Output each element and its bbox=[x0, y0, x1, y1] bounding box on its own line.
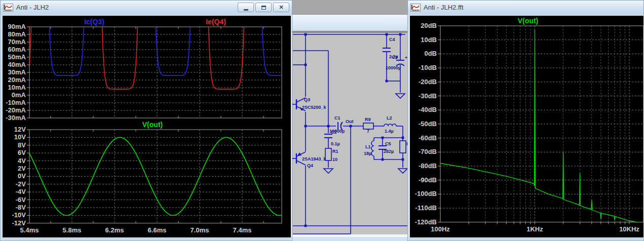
svg-text:6V: 6V bbox=[18, 149, 26, 156]
svg-text:-40dB: -40dB bbox=[419, 106, 437, 113]
svg-text:L2: L2 bbox=[387, 115, 392, 120]
svg-text:1KHz: 1KHz bbox=[526, 225, 543, 233]
wires bbox=[292, 34, 407, 234]
svg-text:5.8ms: 5.8ms bbox=[63, 226, 82, 234]
svg-text:-20mA: -20mA bbox=[6, 106, 26, 114]
components: Q32SC5200_kQ42SA1943_kC110000µC20.1µR110… bbox=[296, 37, 407, 168]
svg-text:-120dB: -120dB bbox=[415, 218, 437, 226]
svg-text:C3: C3 bbox=[392, 55, 398, 60]
svg-text:4V: 4V bbox=[18, 157, 26, 165]
grid: 20dB10dB0dB-10dB-20dB-30dB-40dB-50dB-60d… bbox=[415, 22, 643, 233]
fft-window-titlebar[interactable]: Anti - JLH2.fft bbox=[408, 1, 643, 14]
svg-text:6.6ms: 6.6ms bbox=[148, 226, 167, 234]
svg-text:-60dB: -60dB bbox=[419, 134, 437, 142]
svg-text:10000µ: 10000µ bbox=[386, 65, 401, 70]
svg-text:5.4ms: 5.4ms bbox=[20, 226, 39, 234]
ltspice-workspace: Q32SC5200_kQ42SA1943_kC110000µC20.1µR110… bbox=[0, 0, 644, 241]
svg-text:10: 10 bbox=[332, 157, 337, 162]
svg-text:-30dB: -30dB bbox=[419, 92, 437, 100]
svg-text:60mA: 60mA bbox=[8, 46, 26, 53]
svg-text:-6V: -6V bbox=[16, 196, 26, 204]
svg-text:R1: R1 bbox=[332, 149, 338, 154]
svg-text:C2: C2 bbox=[331, 130, 337, 135]
svg-text:-2V: -2V bbox=[16, 180, 26, 188]
svg-text:10V: 10V bbox=[14, 133, 26, 141]
window-title: Anti - JLH2.fft bbox=[424, 4, 464, 11]
svg-text:50mA: 50mA bbox=[8, 53, 26, 61]
grid: 90mA80mA70mA60mA50mA40mA30mA20mA10mA0mA-… bbox=[6, 23, 282, 122]
svg-text:90mA: 90mA bbox=[8, 23, 26, 30]
schematic-drawing[interactable]: Q32SC5200_kQ42SA1943_kC110000µC20.1µR110… bbox=[292, 0, 407, 241]
waveform-window[interactable]: Anti - JLH2 ✕ 90mA80mA70mA60mA50mA40mA30… bbox=[0, 0, 292, 241]
svg-text:80mA: 80mA bbox=[8, 30, 26, 38]
svg-text:-8V: -8V bbox=[16, 204, 26, 211]
svg-text:7: 7 bbox=[367, 129, 369, 134]
svg-text:-110dB: -110dB bbox=[415, 204, 437, 212]
svg-text:-100dB: -100dB bbox=[415, 190, 437, 197]
svg-text:-90dB: -90dB bbox=[419, 176, 437, 184]
close-icon: ✕ bbox=[279, 5, 283, 10]
svg-text:282µ: 282µ bbox=[384, 149, 394, 154]
svg-text:-4V: -4V bbox=[16, 188, 26, 195]
svg-text:6.2ms: 6.2ms bbox=[105, 226, 124, 234]
waveform-icon bbox=[410, 4, 421, 12]
svg-text:V(out): V(out) bbox=[142, 120, 163, 129]
svg-text:7.0ms: 7.0ms bbox=[191, 226, 209, 234]
svg-text:20mA: 20mA bbox=[8, 76, 26, 84]
schematic-content: Q32SC5200_kQ42SA1943_kC110000µC20.1µR110… bbox=[292, 33, 407, 234]
waveform-icon bbox=[3, 4, 13, 12]
window-title: Anti - JLH2 bbox=[16, 4, 49, 11]
fft-plot[interactable]: 20dB10dB0dB-10dB-20dB-30dB-40dB-50dB-60d… bbox=[410, 16, 643, 237]
svg-text:-30mA: -30mA bbox=[6, 114, 26, 122]
svg-text:2SC5200_k: 2SC5200_k bbox=[302, 105, 327, 110]
svg-text:18µ: 18µ bbox=[364, 151, 371, 156]
svg-text:-10V: -10V bbox=[12, 211, 26, 219]
minimize-button[interactable] bbox=[238, 3, 254, 12]
svg-text:2SA1943_k: 2SA1943_k bbox=[302, 156, 327, 162]
waveform-plot-area[interactable]: 90mA80mA70mA60mA50mA40mA30mA20mA10mA0mA-… bbox=[2, 15, 291, 238]
svg-text:R9: R9 bbox=[365, 117, 371, 122]
svg-text:0dB: 0dB bbox=[424, 50, 437, 57]
svg-text:L1: L1 bbox=[365, 144, 371, 149]
svg-text:30mA: 30mA bbox=[8, 68, 26, 76]
svg-text:10KHz: 10KHz bbox=[619, 225, 639, 233]
svg-text:20dB: 20dB bbox=[421, 22, 437, 29]
restore-button[interactable] bbox=[255, 3, 272, 12]
time-axis-labels: 5.4ms5.8ms6.2ms6.6ms7.0ms7.4ms bbox=[20, 226, 252, 234]
svg-text:70mA: 70mA bbox=[8, 38, 26, 46]
svg-text:C5: C5 bbox=[385, 141, 391, 146]
grid: 12V10V8V6V4V2V0V-2V-4V-6V-8V-10V-12V bbox=[12, 126, 282, 227]
svg-text:0V: 0V bbox=[18, 172, 26, 180]
svg-text:Out: Out bbox=[346, 119, 354, 124]
svg-text:7.4ms: 7.4ms bbox=[233, 226, 252, 234]
svg-text:Q4: Q4 bbox=[307, 163, 313, 168]
svg-text:40mA: 40mA bbox=[8, 61, 26, 68]
waveform-plot[interactable]: 90mA80mA70mA60mA50mA40mA30mA20mA10mA0mA-… bbox=[3, 16, 291, 237]
svg-text:-50dB: -50dB bbox=[419, 120, 437, 128]
svg-text:C1: C1 bbox=[334, 115, 340, 120]
waveform-window-titlebar[interactable]: Anti - JLH2 ✕ bbox=[1, 1, 292, 14]
close-button[interactable]: ✕ bbox=[273, 3, 289, 12]
svg-text:0mA: 0mA bbox=[12, 91, 26, 99]
svg-text:-70dB: -70dB bbox=[419, 148, 437, 155]
fft-plot-area[interactable]: 20dB10dB0dB-10dB-20dB-30dB-40dB-50dB-60d… bbox=[409, 15, 644, 238]
svg-text:-20dB: -20dB bbox=[419, 78, 437, 86]
svg-text:10mA: 10mA bbox=[8, 84, 26, 91]
fft-window[interactable]: Anti - JLH2.fft 20dB10dB0dB-10dB-20dB-30… bbox=[407, 0, 644, 241]
restore-icon bbox=[261, 6, 266, 10]
svg-text:Ie(Q4): Ie(Q4) bbox=[206, 18, 226, 26]
svg-text:100Hz: 100Hz bbox=[431, 225, 450, 233]
svg-text:12V: 12V bbox=[14, 126, 26, 133]
svg-text:2V: 2V bbox=[18, 165, 26, 172]
svg-text:10dB: 10dB bbox=[421, 36, 437, 44]
trace-labels: V(out) bbox=[518, 17, 538, 25]
svg-text:0.1µ: 0.1µ bbox=[331, 141, 340, 146]
svg-text:-12V: -12V bbox=[12, 219, 26, 227]
svg-text:C4: C4 bbox=[389, 37, 395, 42]
schematic-window[interactable]: Q32SC5200_kQ42SA1943_kC110000µC20.1µR110… bbox=[292, 0, 407, 241]
svg-text:-10mA: -10mA bbox=[6, 99, 26, 106]
svg-text:-10dB: -10dB bbox=[419, 64, 437, 71]
svg-text:Ic(Q3): Ic(Q3) bbox=[84, 18, 104, 26]
svg-text:-80dB: -80dB bbox=[419, 162, 437, 170]
fft-trace bbox=[440, 30, 643, 223]
